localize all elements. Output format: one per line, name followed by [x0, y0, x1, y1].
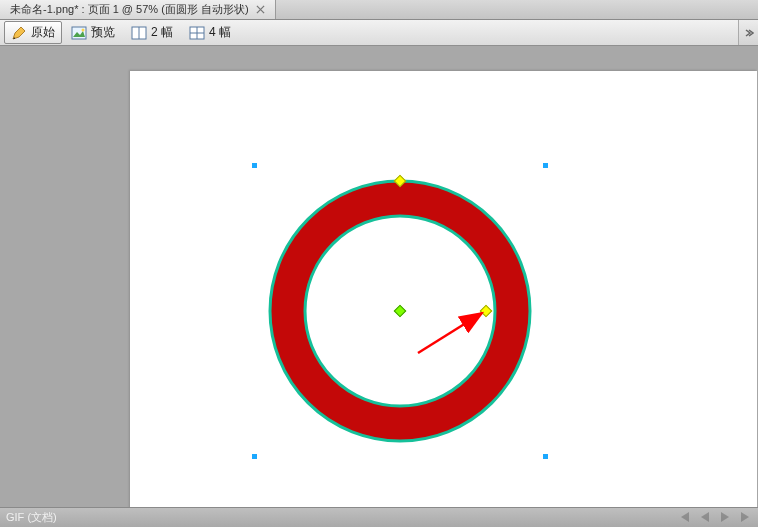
canvas-viewport[interactable]	[0, 46, 758, 507]
view-2up-label: 2 幅	[151, 24, 173, 41]
selection-handle-tr[interactable]	[543, 163, 548, 168]
selection-handle-br[interactable]	[543, 454, 548, 459]
selection-handle-bl[interactable]	[252, 454, 257, 459]
selected-shape[interactable]	[260, 171, 540, 451]
toolbar-overflow-button[interactable]	[738, 20, 758, 45]
view-4up-label: 4 幅	[209, 24, 231, 41]
frame-nav	[678, 512, 752, 524]
nav-last-button[interactable]	[740, 512, 752, 524]
document-tab-bar: 未命名-1.png* : 页面 1 @ 57% (面圆形 自动形状)	[0, 0, 758, 20]
picture-icon	[71, 25, 87, 41]
view-4up-button[interactable]: 4 幅	[182, 21, 238, 44]
view-original-button[interactable]: 原始	[4, 21, 62, 44]
pencil-icon	[11, 25, 27, 41]
svg-point-4	[82, 28, 85, 31]
close-icon[interactable]	[255, 4, 267, 16]
nav-prev-button[interactable]	[700, 512, 710, 524]
status-bar: GIF (文档)	[0, 507, 758, 527]
nav-next-button[interactable]	[720, 512, 730, 524]
selection-handle-tl[interactable]	[252, 163, 257, 168]
view-2up-button[interactable]: 2 幅	[124, 21, 180, 44]
nav-first-button[interactable]	[678, 512, 690, 524]
chevron-right-icon	[744, 28, 754, 38]
svg-rect-2	[72, 27, 86, 39]
canvas[interactable]	[130, 71, 757, 507]
view-original-label: 原始	[31, 24, 55, 41]
split2-icon	[131, 25, 147, 41]
split4-icon	[189, 25, 205, 41]
status-text: GIF (文档)	[6, 510, 57, 525]
view-preview-button[interactable]: 预览	[64, 21, 122, 44]
document-tab-title: 未命名-1.png* : 页面 1 @ 57% (面圆形 自动形状)	[10, 2, 249, 17]
document-tab[interactable]: 未命名-1.png* : 页面 1 @ 57% (面圆形 自动形状)	[0, 0, 276, 19]
view-toolbar: 原始 预览 2 幅 4 幅	[0, 20, 758, 46]
view-preview-label: 预览	[91, 24, 115, 41]
